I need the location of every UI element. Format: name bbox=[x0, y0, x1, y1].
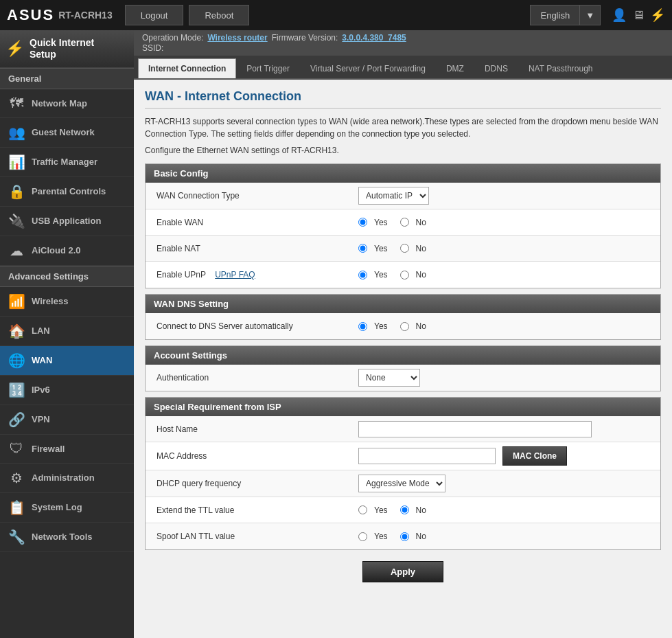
sidebar-item-label: Parental Controls bbox=[32, 186, 106, 196]
sidebar-item-administration[interactable]: ⚙ Administration bbox=[0, 464, 134, 493]
logout-button[interactable]: Logout bbox=[125, 5, 184, 25]
user-icon[interactable]: 👤 bbox=[612, 8, 627, 23]
tab-nat-passthrough[interactable]: NAT Passthrough bbox=[518, 58, 603, 78]
special-isp-section: Special Requirement from ISP Host Name M… bbox=[145, 397, 661, 550]
connect-dns-label: Connect to DNS Server automatically bbox=[146, 316, 351, 337]
mac-clone-button[interactable]: MAC Clone bbox=[502, 446, 567, 466]
enable-wan-yes-radio[interactable] bbox=[358, 218, 367, 227]
host-name-row: Host Name bbox=[146, 416, 660, 442]
enable-nat-no-label: No bbox=[416, 244, 426, 253]
spoof-ttl-yes-radio[interactable] bbox=[358, 532, 367, 541]
account-settings-section: Account Settings Authentication None PAP… bbox=[145, 345, 661, 391]
sidebar-item-label: Guest Network bbox=[32, 127, 95, 137]
dhcp-query-value: Aggressive Mode Normal Mode bbox=[351, 470, 660, 497]
sidebar-item-label: Firewall bbox=[32, 444, 65, 454]
operation-mode-value[interactable]: Wireless router bbox=[207, 33, 267, 43]
tab-dmz[interactable]: DMZ bbox=[436, 58, 474, 78]
connect-dns-value: Yes No bbox=[351, 317, 660, 335]
upnp-faq-link[interactable]: UPnP FAQ bbox=[215, 270, 255, 280]
extend-ttl-label: Extend the TTL value bbox=[146, 500, 351, 521]
usb-application-icon: 🔌 bbox=[7, 213, 26, 229]
authentication-value: None PAP CHAP MS-CHAP bbox=[351, 365, 660, 391]
tab-virtual-server[interactable]: Virtual Server / Port Forwarding bbox=[300, 58, 436, 78]
quick-internet-setup-item[interactable]: ⚡ Quick InternetSetup bbox=[0, 30, 134, 68]
wan-connection-type-row: WAN Connection Type Automatic IP PPPoE P… bbox=[146, 183, 660, 209]
connect-dns-no-label: No bbox=[416, 321, 426, 331]
tab-bar: Internet Connection Port Trigger Virtual… bbox=[134, 56, 672, 80]
language-label: English bbox=[531, 10, 579, 21]
apply-button[interactable]: Apply bbox=[362, 561, 443, 582]
enable-upnp-value: Yes No bbox=[351, 266, 660, 284]
firmware-version: 3.0.0.4.380_7485 bbox=[342, 33, 406, 43]
model-name: RT-ACRH13 bbox=[58, 10, 113, 21]
extend-ttl-no-radio[interactable] bbox=[400, 505, 409, 514]
wireless-icon: 📶 bbox=[7, 293, 26, 310]
system-log-icon: 📋 bbox=[7, 499, 26, 516]
spoof-ttl-no-radio[interactable] bbox=[400, 532, 409, 541]
apply-row: Apply bbox=[145, 550, 661, 593]
extend-ttl-no-label: No bbox=[416, 505, 426, 515]
enable-wan-no-radio[interactable] bbox=[400, 218, 409, 227]
host-name-label: Host Name bbox=[146, 419, 351, 440]
enable-nat-yes-label: Yes bbox=[374, 244, 388, 253]
sidebar-item-system-log[interactable]: 📋 System Log bbox=[0, 493, 134, 523]
tab-ddns[interactable]: DDNS bbox=[474, 58, 518, 78]
wan-icon: 🌐 bbox=[7, 352, 26, 369]
sidebar-item-lan[interactable]: 🏠 LAN bbox=[0, 317, 134, 346]
connect-dns-no-radio[interactable] bbox=[400, 322, 409, 331]
firewall-icon: 🛡 bbox=[7, 441, 26, 457]
spoof-ttl-value: Yes No bbox=[351, 527, 660, 545]
page-title: WAN - Internet Connection bbox=[145, 89, 661, 109]
monitor-icon[interactable]: 🖥 bbox=[632, 8, 645, 23]
enable-upnp-yes-radio[interactable] bbox=[358, 271, 367, 280]
sidebar-item-wireless[interactable]: 📶 Wireless bbox=[0, 287, 134, 317]
sidebar-item-guest-network[interactable]: 👥 Guest Network bbox=[0, 118, 134, 148]
sidebar-item-network-map[interactable]: 🗺 Network Map bbox=[0, 89, 134, 118]
enable-upnp-no-radio[interactable] bbox=[400, 271, 409, 280]
connect-dns-yes-radio[interactable] bbox=[358, 322, 367, 331]
lan-icon: 🏠 bbox=[7, 323, 26, 339]
wan-connection-type-select[interactable]: Automatic IP PPPoE PPTP L2TP Static IP bbox=[358, 187, 429, 205]
mac-address-row: MAC Address MAC Clone bbox=[146, 442, 660, 470]
extend-ttl-row: Extend the TTL value Yes No bbox=[146, 497, 660, 523]
extend-ttl-yes-radio[interactable] bbox=[358, 505, 367, 514]
sidebar-item-vpn[interactable]: 🔗 VPN bbox=[0, 405, 134, 435]
enable-nat-yes-radio[interactable] bbox=[358, 244, 367, 253]
sidebar-item-label: Administration bbox=[32, 472, 95, 483]
sidebar-item-parental-controls[interactable]: 🔒 Parental Controls bbox=[0, 177, 134, 207]
mac-address-input[interactable] bbox=[358, 448, 496, 464]
sidebar-item-aicloud[interactable]: ☁ AiCloud 2.0 bbox=[0, 236, 134, 266]
enable-upnp-yes-label: Yes bbox=[374, 270, 388, 280]
dhcp-query-row: DHCP query frequency Aggressive Mode Nor… bbox=[146, 470, 660, 497]
traffic-manager-icon: 📊 bbox=[7, 154, 26, 170]
main-layout: ⚡ Quick InternetSetup General 🗺 Network … bbox=[0, 30, 672, 638]
wan-dns-section: WAN DNS Setting Connect to DNS Server au… bbox=[145, 294, 661, 340]
sidebar-item-traffic-manager[interactable]: 📊 Traffic Manager bbox=[0, 148, 134, 177]
host-name-input[interactable] bbox=[358, 421, 592, 437]
sidebar-item-ipv6[interactable]: 🔢 IPv6 bbox=[0, 376, 134, 405]
language-dropdown-arrow[interactable]: ▼ bbox=[579, 5, 600, 25]
special-isp-header: Special Requirement from ISP bbox=[146, 398, 660, 416]
ssid-label: SSID: bbox=[142, 43, 163, 53]
enable-wan-label: Enable WAN bbox=[146, 212, 351, 233]
sidebar-item-usb-application[interactable]: 🔌 USB Application bbox=[0, 207, 134, 236]
sidebar-item-firewall[interactable]: 🛡 Firewall bbox=[0, 435, 134, 464]
infobar-line1: Operation Mode: Wireless router Firmware… bbox=[142, 33, 664, 43]
enable-nat-value: Yes No bbox=[351, 240, 660, 258]
sidebar-item-label: USB Application bbox=[32, 216, 101, 226]
sidebar-item-label: Traffic Manager bbox=[32, 157, 97, 167]
usb-icon[interactable]: ⚡ bbox=[650, 8, 665, 23]
tab-internet-connection[interactable]: Internet Connection bbox=[138, 58, 236, 78]
wan-connection-type-label: WAN Connection Type bbox=[146, 185, 351, 206]
reboot-button[interactable]: Reboot bbox=[189, 5, 249, 25]
dhcp-query-select[interactable]: Aggressive Mode Normal Mode bbox=[358, 475, 445, 492]
enable-nat-no-radio[interactable] bbox=[400, 244, 409, 253]
host-name-value bbox=[351, 417, 660, 442]
language-selector[interactable]: English ▼ bbox=[530, 5, 601, 25]
authentication-label: Authentication bbox=[146, 367, 351, 388]
authentication-select[interactable]: None PAP CHAP MS-CHAP bbox=[358, 369, 420, 387]
sidebar-item-wan[interactable]: 🌐 WAN bbox=[0, 346, 134, 376]
sidebar-item-network-tools[interactable]: 🔧 Network Tools bbox=[0, 523, 134, 552]
tab-port-trigger[interactable]: Port Trigger bbox=[236, 58, 300, 78]
infobar: Operation Mode: Wireless router Firmware… bbox=[134, 30, 672, 56]
